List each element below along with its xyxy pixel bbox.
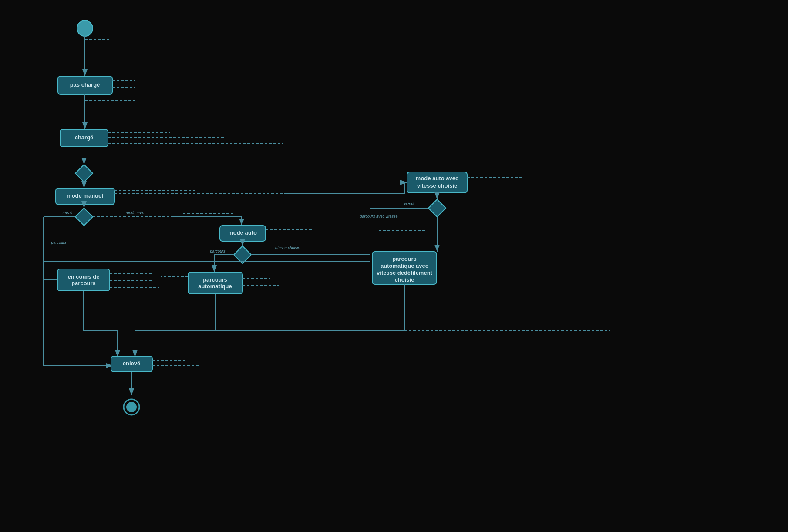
guard-d3-right: vitesse choisie [275,246,300,250]
state-mode-auto-label: mode auto [228,229,257,236]
state-mode-auto-vitesse-label-1: mode auto avec [416,175,458,182]
state-en-cours-label-1: en cours de [68,273,100,280]
state-parcours-auto-vitesse-label-3: vitesse dedéfilement [377,269,433,276]
guard-d3-left: parcours [209,249,226,253]
diamond-d4 [428,199,446,217]
state-machine-diagram: pas chargé chargé mode manuel retrait mo… [0,0,788,532]
initial-state [77,20,93,36]
state-mode-auto-vitesse-label-2: vitesse choisie [417,182,458,189]
state-pas-charge-label: pas chargé [70,81,100,88]
state-parcours-auto-vitesse-label-4: choisie [395,276,414,283]
guard-d4-bottom: parcours avec vitesse [359,214,397,219]
guard-d4-left: retrait [404,202,414,206]
final-state-inner [126,402,137,412]
state-parcours-auto-label-2: automatique [198,283,232,290]
state-en-cours-label-2: parcours [71,280,96,286]
diamond-d1 [75,165,93,182]
guard-d2-left: retrait [62,211,73,215]
state-parcours-auto-label-1: parcours [203,276,227,283]
state-enleve-label: enlevé [123,360,140,367]
state-mode-manuel-label: mode manuel [67,192,103,199]
guard-d2-right: mode auto [126,211,145,215]
guard-parcours: parcours [51,240,67,245]
state-parcours-auto-vitesse-label-1: parcours [392,256,417,262]
state-charge-label: chargé [75,134,94,141]
state-parcours-auto-vitesse-label-2: automatique avec [381,263,428,269]
diamond-d2 [75,208,93,226]
